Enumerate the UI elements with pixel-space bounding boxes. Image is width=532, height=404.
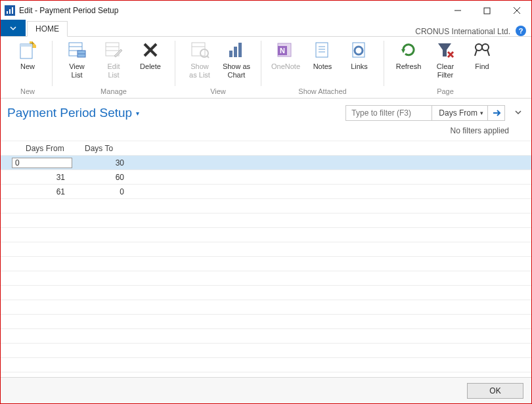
new-icon [17, 39, 38, 60]
view-list-label: View List [69, 62, 85, 79]
ribbon-group-show-attached: N OneNote Notes Links Show Atta [264, 38, 381, 98]
table-row[interactable] [1, 257, 531, 271]
svg-rect-9 [20, 44, 32, 47]
show-as-chart-button[interactable]: Show as Chart [219, 38, 254, 79]
svg-rect-25 [229, 51, 233, 57]
clear-filter-label: Clear Filter [437, 62, 454, 79]
table-row[interactable] [1, 358, 531, 372]
filter-status: No filters applied [1, 125, 531, 141]
page-title[interactable]: Payment Period Setup ▾ [7, 106, 139, 120]
delete-button[interactable]: Delete [133, 38, 168, 79]
find-button[interactable]: Find [464, 38, 500, 79]
new-label: New [20, 62, 35, 79]
svg-rect-31 [316, 43, 328, 57]
svg-rect-0 [7, 11, 8, 14]
group-label-page: Page [391, 87, 500, 98]
show-as-chart-label: Show as Chart [223, 62, 250, 79]
ribbon-group-page: Refresh Clear Filter Find Page [387, 38, 504, 98]
minimize-button[interactable] [443, 1, 472, 20]
filter-field-label: Days From [439, 108, 477, 118]
edit-list-button[interactable]: Edit List [96, 38, 131, 79]
svg-text:N: N [280, 47, 285, 55]
show-as-list-button[interactable]: Show as List [182, 38, 217, 79]
cell-days-to[interactable]: 0 [72, 187, 131, 196]
maximize-button[interactable] [472, 1, 502, 20]
table-row[interactable] [1, 213, 531, 228]
clear-filter-icon [435, 39, 456, 60]
notes-label: Notes [313, 62, 332, 79]
close-button[interactable] [502, 1, 531, 20]
tab-home[interactable]: HOME [27, 21, 68, 37]
refresh-icon [398, 39, 419, 60]
table-row[interactable]: 030 [1, 156, 531, 170]
ribbon-group-new: New New [6, 38, 49, 98]
table-row[interactable] [1, 315, 531, 329]
help-icon[interactable]: ? [516, 26, 526, 36]
svg-line-24 [207, 56, 209, 58]
show-as-list-icon [189, 39, 210, 60]
company-name: CRONUS International Ltd. [415, 27, 513, 36]
footer: OK [1, 377, 531, 403]
new-button[interactable]: New [10, 38, 45, 79]
close-icon [513, 7, 521, 14]
ribbon-tabstrip: HOME CRONUS International Ltd. ? [1, 20, 531, 37]
table-row[interactable] [1, 199, 531, 213]
onenote-label: OneNote [271, 62, 300, 79]
view-list-icon [66, 39, 87, 60]
content-header: Payment Period Setup ▾ Days From ▾ [1, 99, 531, 125]
ribbon: New New View List Edit List [1, 37, 531, 99]
ribbon-group-view: Show as List Show as Chart View [178, 38, 258, 98]
group-label-manage: Manage [59, 87, 168, 98]
notes-button[interactable]: Notes [305, 38, 340, 79]
column-header-days-from[interactable]: Days From [12, 144, 72, 153]
filter-input[interactable] [346, 106, 432, 120]
table-row[interactable] [1, 329, 531, 344]
table-row[interactable] [1, 271, 531, 286]
grid-body[interactable]: 0303160610 [1, 156, 531, 377]
show-as-list-label: Show as List [189, 62, 210, 79]
data-grid: Days From Days To 0303160610 [1, 141, 531, 377]
links-icon [349, 39, 370, 60]
grid-header: Days From Days To [1, 141, 531, 156]
app-icon [5, 5, 15, 16]
table-row[interactable]: 3160 [1, 170, 531, 185]
filter-field-dropdown[interactable]: Days From ▾ [432, 106, 487, 120]
refresh-button[interactable]: Refresh [391, 38, 426, 79]
svg-line-43 [475, 50, 477, 56]
table-row[interactable] [1, 242, 531, 257]
show-as-chart-icon [226, 39, 247, 60]
column-header-days-to[interactable]: Days To [72, 144, 131, 153]
edit-list-icon [103, 39, 124, 60]
svg-rect-27 [238, 43, 242, 57]
group-label-new: New [10, 87, 45, 98]
window-title: Edit - Payment Period Setup [19, 6, 118, 15]
clear-filter-button[interactable]: Clear Filter [428, 38, 463, 79]
view-list-button[interactable]: View List [59, 38, 95, 79]
ok-button[interactable]: OK [467, 383, 523, 399]
table-row[interactable] [1, 300, 531, 315]
links-button[interactable]: Links [342, 38, 377, 79]
edit-list-label: Edit List [108, 62, 120, 79]
chevron-down-icon: ▾ [480, 110, 483, 116]
file-tab[interactable] [1, 20, 26, 36]
ok-label: OK [489, 386, 500, 395]
expand-chevron[interactable] [514, 108, 522, 118]
delete-label: Delete [140, 62, 161, 79]
svg-rect-1 [9, 9, 11, 14]
table-row[interactable] [1, 228, 531, 242]
cell-days-from[interactable]: 61 [12, 187, 72, 196]
cell-days-to[interactable]: 60 [72, 173, 131, 182]
filter-go-button[interactable] [487, 106, 504, 120]
table-row[interactable] [1, 286, 531, 300]
svg-rect-4 [484, 8, 490, 14]
cell-days-from[interactable]: 31 [12, 173, 72, 182]
cell-days-to[interactable]: 30 [72, 158, 131, 168]
onenote-button[interactable]: N OneNote [268, 38, 303, 79]
minimize-icon [454, 7, 462, 14]
cell-days-from[interactable]: 0 [12, 158, 72, 168]
find-icon [472, 39, 493, 60]
onenote-icon: N [275, 39, 296, 60]
table-row[interactable]: 610 [1, 185, 531, 199]
table-row[interactable] [1, 344, 531, 358]
delete-icon [140, 39, 161, 60]
